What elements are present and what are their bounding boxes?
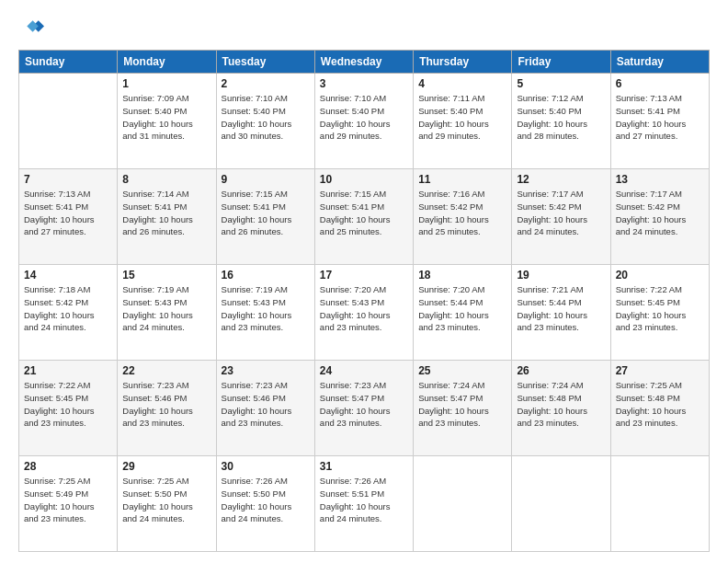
- calendar-day-header: Thursday: [414, 51, 512, 74]
- day-info: Sunrise: 7:12 AM Sunset: 5:40 PM Dayligh…: [517, 92, 605, 143]
- calendar-cell: 30Sunrise: 7:26 AM Sunset: 5:50 PM Dayli…: [216, 456, 314, 552]
- calendar-cell: 20Sunrise: 7:22 AM Sunset: 5:45 PM Dayli…: [610, 265, 709, 361]
- day-number: 15: [122, 269, 210, 282]
- calendar-cell: 27Sunrise: 7:25 AM Sunset: 5:48 PM Dayli…: [610, 361, 709, 456]
- calendar-cell: [414, 456, 512, 552]
- day-number: 8: [122, 173, 210, 186]
- calendar-cell: 3Sunrise: 7:10 AM Sunset: 5:40 PM Daylig…: [314, 74, 413, 169]
- calendar-week-row: 1Sunrise: 7:09 AM Sunset: 5:40 PM Daylig…: [19, 74, 710, 169]
- calendar-day-header: Tuesday: [216, 51, 314, 74]
- day-number: 4: [418, 77, 506, 90]
- day-info: Sunrise: 7:17 AM Sunset: 5:42 PM Dayligh…: [616, 188, 704, 238]
- day-info: Sunrise: 7:24 AM Sunset: 5:48 PM Dayligh…: [517, 379, 605, 430]
- day-number: 3: [320, 77, 408, 90]
- day-info: Sunrise: 7:10 AM Sunset: 5:40 PM Dayligh…: [320, 92, 408, 143]
- calendar-cell: 16Sunrise: 7:19 AM Sunset: 5:43 PM Dayli…: [216, 265, 314, 361]
- day-number: 19: [517, 269, 605, 282]
- calendar-cell: 26Sunrise: 7:24 AM Sunset: 5:48 PM Dayli…: [512, 361, 610, 456]
- day-number: 23: [222, 364, 310, 377]
- calendar-cell: 17Sunrise: 7:20 AM Sunset: 5:43 PM Dayli…: [314, 265, 413, 361]
- day-info: Sunrise: 7:20 AM Sunset: 5:43 PM Dayligh…: [320, 283, 408, 334]
- day-info: Sunrise: 7:23 AM Sunset: 5:46 PM Dayligh…: [222, 379, 310, 430]
- calendar-day-header: Friday: [512, 51, 610, 74]
- day-info: Sunrise: 7:21 AM Sunset: 5:44 PM Dayligh…: [517, 283, 605, 334]
- day-number: 5: [517, 77, 605, 90]
- day-info: Sunrise: 7:11 AM Sunset: 5:40 PM Dayligh…: [418, 92, 506, 143]
- day-info: Sunrise: 7:18 AM Sunset: 5:42 PM Dayligh…: [24, 283, 112, 334]
- calendar-cell: 15Sunrise: 7:19 AM Sunset: 5:43 PM Dayli…: [118, 265, 216, 361]
- calendar-cell: 5Sunrise: 7:12 AM Sunset: 5:40 PM Daylig…: [512, 74, 610, 169]
- calendar-cell: 12Sunrise: 7:17 AM Sunset: 5:42 PM Dayli…: [512, 169, 610, 265]
- calendar-cell: [512, 456, 610, 552]
- calendar-day-header: Sunday: [19, 51, 118, 74]
- day-info: Sunrise: 7:16 AM Sunset: 5:42 PM Dayligh…: [418, 188, 506, 238]
- day-info: Sunrise: 7:09 AM Sunset: 5:40 PM Dayligh…: [122, 92, 210, 143]
- day-number: 27: [616, 364, 704, 377]
- calendar-cell: 4Sunrise: 7:11 AM Sunset: 5:40 PM Daylig…: [414, 74, 512, 169]
- day-info: Sunrise: 7:22 AM Sunset: 5:45 PM Dayligh…: [616, 283, 704, 334]
- day-number: 13: [616, 173, 704, 186]
- day-number: 6: [616, 77, 704, 90]
- day-number: 10: [320, 173, 408, 186]
- day-number: 22: [122, 364, 210, 377]
- day-info: Sunrise: 7:24 AM Sunset: 5:47 PM Dayligh…: [418, 379, 506, 430]
- calendar-cell: 6Sunrise: 7:13 AM Sunset: 5:41 PM Daylig…: [610, 74, 709, 169]
- day-number: 11: [418, 173, 506, 186]
- day-info: Sunrise: 7:13 AM Sunset: 5:41 PM Dayligh…: [616, 92, 704, 143]
- calendar-cell: 22Sunrise: 7:23 AM Sunset: 5:46 PM Dayli…: [118, 361, 216, 456]
- day-info: Sunrise: 7:14 AM Sunset: 5:41 PM Dayligh…: [122, 188, 210, 238]
- calendar-cell: 18Sunrise: 7:20 AM Sunset: 5:44 PM Dayli…: [414, 265, 512, 361]
- day-number: 9: [222, 173, 310, 186]
- day-info: Sunrise: 7:15 AM Sunset: 5:41 PM Dayligh…: [320, 188, 408, 238]
- calendar-cell: 28Sunrise: 7:25 AM Sunset: 5:49 PM Dayli…: [19, 456, 118, 552]
- logo-icon: [18, 15, 44, 40]
- calendar-cell: 29Sunrise: 7:25 AM Sunset: 5:50 PM Dayli…: [118, 456, 216, 552]
- day-info: Sunrise: 7:26 AM Sunset: 5:51 PM Dayligh…: [320, 475, 408, 525]
- day-number: 25: [418, 364, 506, 377]
- day-number: 17: [320, 269, 408, 282]
- day-number: 30: [222, 460, 310, 473]
- day-number: 16: [222, 269, 310, 282]
- day-number: 28: [24, 460, 112, 473]
- calendar-cell: 9Sunrise: 7:15 AM Sunset: 5:41 PM Daylig…: [216, 169, 314, 265]
- calendar-cell: 13Sunrise: 7:17 AM Sunset: 5:42 PM Dayli…: [610, 169, 709, 265]
- calendar-cell: 11Sunrise: 7:16 AM Sunset: 5:42 PM Dayli…: [414, 169, 512, 265]
- day-info: Sunrise: 7:25 AM Sunset: 5:49 PM Dayligh…: [24, 475, 112, 525]
- day-number: 14: [24, 269, 112, 282]
- calendar-week-row: 7Sunrise: 7:13 AM Sunset: 5:41 PM Daylig…: [19, 169, 710, 265]
- calendar-cell: [19, 74, 118, 169]
- calendar-cell: 31Sunrise: 7:26 AM Sunset: 5:51 PM Dayli…: [314, 456, 413, 552]
- calendar-cell: [610, 456, 709, 552]
- calendar-day-header: Saturday: [610, 51, 709, 74]
- day-number: 20: [616, 269, 704, 282]
- calendar-cell: 2Sunrise: 7:10 AM Sunset: 5:40 PM Daylig…: [216, 74, 314, 169]
- day-info: Sunrise: 7:15 AM Sunset: 5:41 PM Dayligh…: [222, 188, 310, 238]
- day-number: 1: [122, 77, 210, 90]
- calendar-cell: 24Sunrise: 7:23 AM Sunset: 5:47 PM Dayli…: [314, 361, 413, 456]
- calendar-week-row: 21Sunrise: 7:22 AM Sunset: 5:45 PM Dayli…: [19, 361, 710, 456]
- day-info: Sunrise: 7:19 AM Sunset: 5:43 PM Dayligh…: [122, 283, 210, 334]
- day-number: 26: [517, 364, 605, 377]
- day-number: 2: [222, 77, 310, 90]
- header: [18, 15, 710, 40]
- calendar-cell: 23Sunrise: 7:23 AM Sunset: 5:46 PM Dayli…: [216, 361, 314, 456]
- day-number: 31: [320, 460, 408, 473]
- day-info: Sunrise: 7:23 AM Sunset: 5:46 PM Dayligh…: [122, 379, 210, 430]
- calendar-week-row: 28Sunrise: 7:25 AM Sunset: 5:49 PM Dayli…: [19, 456, 710, 552]
- day-number: 24: [320, 364, 408, 377]
- calendar-cell: 10Sunrise: 7:15 AM Sunset: 5:41 PM Dayli…: [314, 169, 413, 265]
- day-number: 21: [24, 364, 112, 377]
- calendar-cell: 7Sunrise: 7:13 AM Sunset: 5:41 PM Daylig…: [19, 169, 118, 265]
- day-info: Sunrise: 7:13 AM Sunset: 5:41 PM Dayligh…: [24, 188, 112, 238]
- day-info: Sunrise: 7:26 AM Sunset: 5:50 PM Dayligh…: [222, 475, 310, 525]
- day-number: 18: [418, 269, 506, 282]
- calendar-cell: 8Sunrise: 7:14 AM Sunset: 5:41 PM Daylig…: [118, 169, 216, 265]
- day-info: Sunrise: 7:23 AM Sunset: 5:47 PM Dayligh…: [320, 379, 408, 430]
- day-info: Sunrise: 7:19 AM Sunset: 5:43 PM Dayligh…: [222, 283, 310, 334]
- day-info: Sunrise: 7:10 AM Sunset: 5:40 PM Dayligh…: [222, 92, 310, 143]
- page: SundayMondayTuesdayWednesdayThursdayFrid…: [0, 0, 728, 563]
- calendar-cell: 1Sunrise: 7:09 AM Sunset: 5:40 PM Daylig…: [118, 74, 216, 169]
- calendar-day-header: Monday: [118, 51, 216, 74]
- day-number: 7: [24, 173, 112, 186]
- calendar-table: SundayMondayTuesdayWednesdayThursdayFrid…: [18, 50, 710, 552]
